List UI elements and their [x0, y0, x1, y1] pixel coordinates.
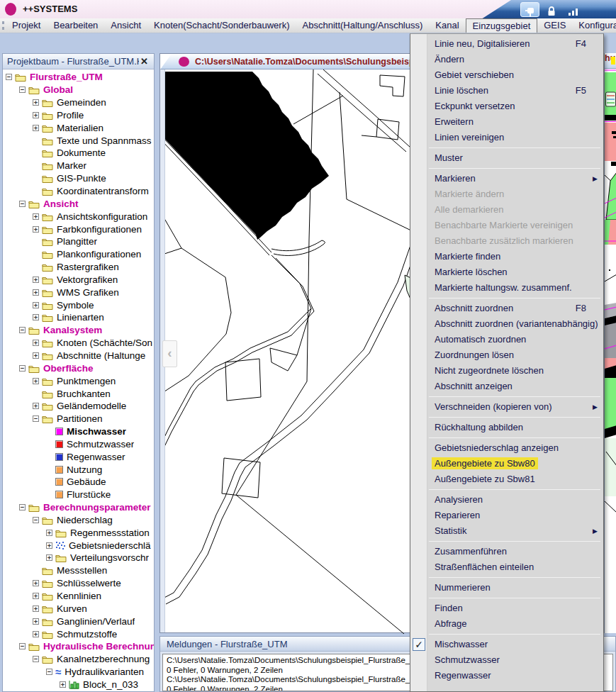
menu-item-abschnitt-zuordnen-variantenabhängig-[interactable]: Abschnitt zuordnen (variantenabhängig) [410, 316, 603, 332]
tree-expander-plus-icon[interactable]: + [33, 99, 39, 106]
tree-expander-minus-icon[interactable]: − [19, 365, 26, 372]
tree-item[interactable]: +Materialien [3, 121, 154, 134]
tree-item[interactable]: Regenwasser [3, 450, 154, 463]
tree-item[interactable]: Dokumente [3, 147, 154, 160]
tree-expander-minus-icon[interactable]: − [33, 415, 39, 422]
tree-expander-plus-icon[interactable]: + [33, 340, 39, 346]
menubar-item-bearbeiten[interactable]: Bearbeiten [47, 18, 104, 33]
menubar-item-kanal[interactable]: Kanal [429, 18, 465, 33]
tree-expander-minus-icon[interactable]: − [33, 656, 39, 662]
menu-item-außengebiete-zu-sbw81[interactable]: Außengebiete zu Sbw81 [410, 471, 603, 487]
tree-expander-plus-icon[interactable]: + [33, 606, 39, 612]
toolbar-grip-icon[interactable] [2, 21, 4, 30]
lock-button[interactable] [544, 2, 563, 17]
tree-expander-minus-icon[interactable]: − [19, 201, 26, 207]
tree-item[interactable]: −Berechnungsparameter [3, 501, 154, 514]
menu-item-mischwasser[interactable]: Mischwasser✓ [410, 637, 603, 652]
tree-item[interactable]: +Knoten (Schächte/Son [3, 337, 154, 350]
tree-item[interactable]: −Partitionen [3, 413, 154, 425]
tree-item[interactable]: +Vektorgrafiken [3, 274, 154, 286]
tree-item[interactable]: +Block_n_033 [3, 679, 154, 691]
tree-expander-minus-icon[interactable]: − [19, 504, 26, 510]
tree-item[interactable]: +Schlüsselwerte [3, 577, 154, 590]
menu-item-linien-vereinigen[interactable]: Linien vereinigen [410, 130, 603, 145]
menu-item-markierte-löschen[interactable]: Markierte löschen [410, 264, 603, 280]
menu-item-markieren[interactable]: Markieren▶ [410, 171, 603, 186]
tree-expander-plus-icon[interactable]: + [33, 289, 39, 296]
tree-item[interactable]: +Abschnitte (Haltunge [3, 350, 154, 362]
tree-item[interactable]: +Verteilungsvorschr [3, 552, 154, 564]
menubar-item-geis[interactable]: GEIS [537, 18, 572, 33]
tree-expander-plus-icon[interactable]: + [33, 125, 39, 131]
menu-item-markierte-finden[interactable]: Markierte finden [410, 249, 603, 264]
tree-expander-plus-icon[interactable]: + [46, 542, 52, 549]
menu-item-abschnitt-anzeigen[interactable]: Abschnitt anzeigen [410, 379, 603, 394]
collapse-panel-button[interactable]: ‹ [162, 340, 177, 367]
tree-expander-minus-icon[interactable]: − [6, 74, 12, 80]
menu-item-außengebiete-zu-sbw80[interactable]: Außengebiete zu Sbw80 [410, 456, 603, 471]
menu-item-automatisch-zuordnen[interactable]: Automatisch zuordnen [410, 332, 603, 347]
menu-item-rückhaltung-abbilden[interactable]: Rückhaltung abbilden [410, 420, 603, 435]
tree-item[interactable]: −≈Hydraulikvarianten [3, 666, 154, 679]
tree-expander-plus-icon[interactable]: + [33, 277, 39, 283]
tree-item[interactable]: Plangitter [3, 235, 154, 248]
tree-expander-plus-icon[interactable]: + [33, 580, 39, 586]
menubar-item-einzugsgebiet[interactable]: Einzugsgebiet [466, 18, 538, 33]
signal-button[interactable] [566, 2, 586, 17]
tree-item[interactable]: −Niederschlag [3, 514, 154, 527]
tree-item[interactable]: −Global [3, 84, 154, 96]
tree-expander-plus-icon[interactable]: + [46, 530, 52, 536]
tree-expander-plus-icon[interactable]: + [33, 352, 39, 359]
menu-item-zuordnungen-lösen[interactable]: Zuordnungen lösen [410, 347, 603, 363]
menu-item-markierte-haltungsw-zusammenf-[interactable]: Markierte haltungsw. zusammenf. [410, 280, 603, 296]
tree-item[interactable]: −Hydraulische Berechnun [3, 640, 154, 653]
tree-item[interactable]: +Symbole [3, 298, 154, 311]
tree-item[interactable]: +Profile [3, 109, 154, 122]
tree-expander-plus-icon[interactable]: + [33, 112, 39, 118]
tree-item[interactable]: +Ansichtskonfiguration [3, 210, 154, 223]
tree-item[interactable]: −Oberfläche [3, 362, 154, 374]
menu-item-zusammenführen[interactable]: Zusammenführen [410, 544, 603, 559]
tree-item[interactable]: GIS-Punkte [3, 172, 154, 185]
tree-item[interactable]: Nutzung [3, 463, 154, 476]
menu-item-finden[interactable]: Finden [410, 601, 603, 616]
tree-item[interactable]: −Ansicht [3, 197, 154, 210]
tree-item[interactable]: +WMS Grafiken [3, 286, 154, 298]
tree-item[interactable]: Plankonfigurationen [3, 248, 154, 261]
menubar-item-projekt[interactable]: Projekt [6, 18, 47, 33]
menu-item-schmutzwasser[interactable]: Schmutzwasser [410, 652, 603, 668]
menu-item-eckpunkt-versetzen[interactable]: Eckpunkt versetzen [410, 99, 603, 114]
tree-item[interactable]: +Schmutzstoffe [3, 627, 154, 640]
tree-expander-minus-icon[interactable]: − [19, 643, 26, 649]
tree-item[interactable]: +Linienarten [3, 311, 154, 324]
tree-expander-plus-icon[interactable]: + [33, 593, 39, 599]
tree-expander-minus-icon[interactable]: − [19, 327, 26, 333]
tree-expander-plus-icon[interactable]: + [33, 302, 39, 308]
menubar-item-ansicht[interactable]: Ansicht [104, 18, 147, 33]
tree-item[interactable]: Mischwasser [3, 425, 154, 438]
menu-item-statistik[interactable]: Statistik▶ [410, 523, 603, 539]
side-map-window[interactable]: hu [604, 53, 616, 633]
tree-item[interactable]: −Flurstraße_UTM [3, 71, 154, 84]
menu-item-regenwasser[interactable]: Regenwasser [410, 668, 603, 683]
tree-expander-plus-icon[interactable]: + [33, 403, 39, 409]
menu-item-reparieren[interactable]: Reparieren [410, 508, 603, 523]
tree-item[interactable]: Gebäude [3, 476, 154, 489]
menu-item-erweitern[interactable]: Erweitern [410, 114, 603, 130]
tree-item[interactable]: Marker [3, 160, 154, 172]
menu-item-nummerieren[interactable]: Nummerieren [410, 580, 603, 596]
menu-item-verschneiden-kopieren-von-[interactable]: Verschneiden (kopieren von)▶ [410, 399, 603, 415]
menubar-item-knoten-schacht-sonderbauwerk-[interactable]: Knoten(Schacht/Sonderbauwerk) [147, 18, 296, 33]
tree-item[interactable]: −Kanalnetzberechnung [3, 653, 154, 666]
tree-expander-plus-icon[interactable]: + [60, 681, 66, 688]
tree-item[interactable]: Texte und Spannmass [3, 134, 154, 147]
menu-item-abfrage[interactable]: Abfrage [410, 616, 603, 632]
tree-expander-plus-icon[interactable]: + [33, 213, 39, 220]
menu-item-gebiet-verschieben[interactable]: Gebiet verschieben [410, 67, 603, 83]
menu-item-abschnitt-zuordnen[interactable]: Abschnitt zuordnenF8 [410, 301, 603, 316]
menu-item-ändern[interactable]: Ändern [410, 52, 603, 67]
tree-item[interactable]: +Gemeinden [3, 96, 154, 109]
pin-button[interactable] [520, 2, 539, 17]
tree-expander-minus-icon[interactable]: − [19, 86, 26, 93]
tree-expander-plus-icon[interactable]: + [33, 631, 39, 637]
